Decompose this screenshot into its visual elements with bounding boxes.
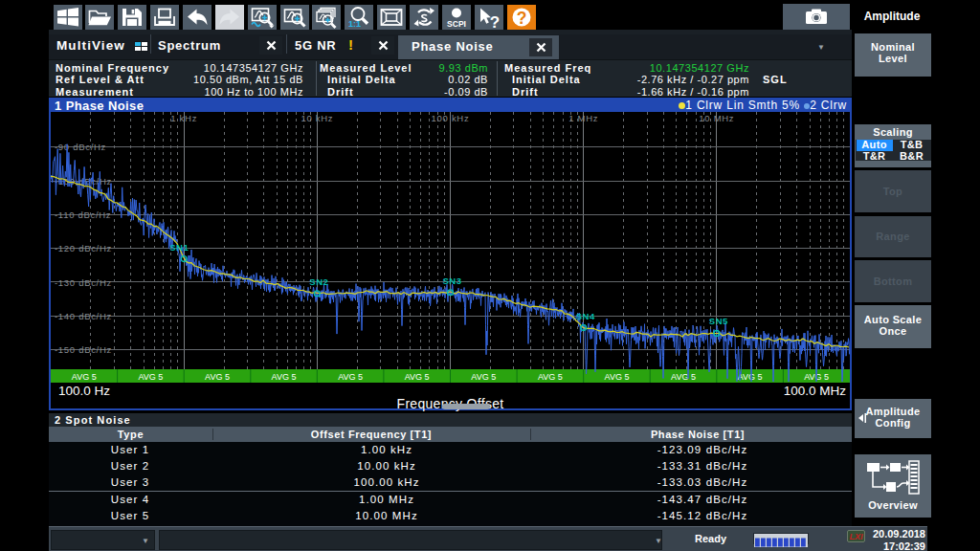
svg-text:?: ? <box>517 9 527 28</box>
svg-text:AVG 5: AVG 5 <box>405 372 430 382</box>
svg-text:10 kHz: 10 kHz <box>301 113 333 123</box>
svg-text:AVG 5: AVG 5 <box>272 372 297 382</box>
svg-text:100 kHz: 100 kHz <box>432 113 470 123</box>
svg-text:AVG 5: AVG 5 <box>605 372 630 382</box>
svg-text:1:1: 1:1 <box>348 19 361 29</box>
svg-text:AVG 5: AVG 5 <box>205 372 230 382</box>
svg-text:-110 dBc/Hz: -110 dBc/Hz <box>55 209 111 220</box>
svg-text:-130 dBc/Hz: -130 dBc/Hz <box>55 277 112 288</box>
svg-text:-140 dBc/Hz: -140 dBc/Hz <box>55 311 112 321</box>
svg-text:AVG 5: AVG 5 <box>338 372 363 382</box>
svg-text:SN1: SN1 <box>169 242 189 253</box>
svg-text:SN2: SN2 <box>309 276 328 287</box>
svg-text:SCPI: SCPI <box>447 19 466 29</box>
svg-text:AVG 5: AVG 5 <box>138 372 163 382</box>
svg-text:-120 dBc/Hz: -120 dBc/Hz <box>55 243 112 253</box>
svg-text:?: ? <box>490 13 500 31</box>
svg-text:AVG 5: AVG 5 <box>538 372 563 382</box>
svg-text:AVG 5: AVG 5 <box>671 372 696 382</box>
svg-text:SN3: SN3 <box>443 276 462 286</box>
svg-text:SN5: SN5 <box>709 316 728 326</box>
svg-text:SN4: SN4 <box>576 311 595 321</box>
svg-text:-90 dBc/Hz: -90 dBc/Hz <box>55 142 106 152</box>
svg-text:-150 dBc/Hz: -150 dBc/Hz <box>55 344 112 355</box>
svg-text:1 MHz: 1 MHz <box>568 113 598 123</box>
svg-text:AVG 5: AVG 5 <box>72 372 97 382</box>
svg-text:1 kHz: 1 kHz <box>170 113 197 123</box>
svg-text:10 MHz: 10 MHz <box>699 113 734 123</box>
svg-text:AVG 5: AVG 5 <box>471 372 496 382</box>
